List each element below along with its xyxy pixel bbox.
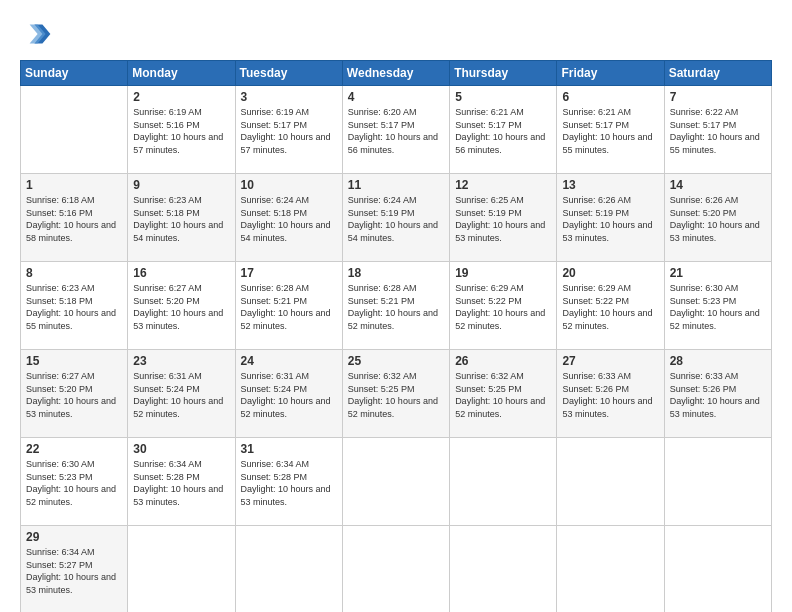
table-row: 5 Sunrise: 6:21 AMSunset: 5:17 PMDayligh… xyxy=(450,86,557,174)
table-row: 19 Sunrise: 6:29 AMSunset: 5:22 PMDaylig… xyxy=(450,262,557,350)
col-thursday: Thursday xyxy=(450,61,557,86)
table-row: 25 Sunrise: 6:32 AMSunset: 5:25 PMDaylig… xyxy=(342,350,449,438)
table-row xyxy=(557,526,664,613)
col-sunday: Sunday xyxy=(21,61,128,86)
day-info: Sunrise: 6:24 AMSunset: 5:19 PMDaylight:… xyxy=(348,195,438,243)
calendar-header-row: Sunday Monday Tuesday Wednesday Thursday… xyxy=(21,61,772,86)
day-number: 8 xyxy=(26,266,122,280)
logo xyxy=(20,18,56,50)
day-number: 12 xyxy=(455,178,551,192)
table-row: 15 Sunrise: 6:27 AMSunset: 5:20 PMDaylig… xyxy=(21,350,128,438)
table-row xyxy=(342,438,449,526)
day-info: Sunrise: 6:29 AMSunset: 5:22 PMDaylight:… xyxy=(562,283,652,331)
day-number: 19 xyxy=(455,266,551,280)
day-info: Sunrise: 6:34 AMSunset: 5:27 PMDaylight:… xyxy=(26,547,116,595)
day-info: Sunrise: 6:27 AMSunset: 5:20 PMDaylight:… xyxy=(133,283,223,331)
day-number: 28 xyxy=(670,354,766,368)
day-info: Sunrise: 6:19 AMSunset: 5:17 PMDaylight:… xyxy=(241,107,331,155)
day-number: 3 xyxy=(241,90,337,104)
table-row xyxy=(557,438,664,526)
day-number: 2 xyxy=(133,90,229,104)
day-info: Sunrise: 6:20 AMSunset: 5:17 PMDaylight:… xyxy=(348,107,438,155)
table-row: 31 Sunrise: 6:34 AMSunset: 5:28 PMDaylig… xyxy=(235,438,342,526)
table-row xyxy=(450,526,557,613)
day-number: 21 xyxy=(670,266,766,280)
calendar-table: Sunday Monday Tuesday Wednesday Thursday… xyxy=(20,60,772,612)
table-row xyxy=(664,526,771,613)
day-number: 24 xyxy=(241,354,337,368)
day-info: Sunrise: 6:32 AMSunset: 5:25 PMDaylight:… xyxy=(455,371,545,419)
day-info: Sunrise: 6:33 AMSunset: 5:26 PMDaylight:… xyxy=(562,371,652,419)
calendar-week-row: 1 Sunrise: 6:18 AMSunset: 5:16 PMDayligh… xyxy=(21,174,772,262)
day-number: 1 xyxy=(26,178,122,192)
day-info: Sunrise: 6:21 AMSunset: 5:17 PMDaylight:… xyxy=(562,107,652,155)
day-number: 27 xyxy=(562,354,658,368)
day-number: 18 xyxy=(348,266,444,280)
table-row: 9 Sunrise: 6:23 AMSunset: 5:18 PMDayligh… xyxy=(128,174,235,262)
table-row xyxy=(21,86,128,174)
col-saturday: Saturday xyxy=(664,61,771,86)
day-number: 13 xyxy=(562,178,658,192)
calendar-week-row: 22 Sunrise: 6:30 AMSunset: 5:23 PMDaylig… xyxy=(21,438,772,526)
table-row: 16 Sunrise: 6:27 AMSunset: 5:20 PMDaylig… xyxy=(128,262,235,350)
day-info: Sunrise: 6:23 AMSunset: 5:18 PMDaylight:… xyxy=(133,195,223,243)
table-row: 30 Sunrise: 6:34 AMSunset: 5:28 PMDaylig… xyxy=(128,438,235,526)
day-info: Sunrise: 6:19 AMSunset: 5:16 PMDaylight:… xyxy=(133,107,223,155)
day-info: Sunrise: 6:28 AMSunset: 5:21 PMDaylight:… xyxy=(241,283,331,331)
table-row: 17 Sunrise: 6:28 AMSunset: 5:21 PMDaylig… xyxy=(235,262,342,350)
table-row xyxy=(664,438,771,526)
table-row xyxy=(342,526,449,613)
day-info: Sunrise: 6:23 AMSunset: 5:18 PMDaylight:… xyxy=(26,283,116,331)
table-row: 27 Sunrise: 6:33 AMSunset: 5:26 PMDaylig… xyxy=(557,350,664,438)
day-number: 25 xyxy=(348,354,444,368)
day-info: Sunrise: 6:32 AMSunset: 5:25 PMDaylight:… xyxy=(348,371,438,419)
table-row xyxy=(235,526,342,613)
day-info: Sunrise: 6:33 AMSunset: 5:26 PMDaylight:… xyxy=(670,371,760,419)
day-number: 10 xyxy=(241,178,337,192)
day-info: Sunrise: 6:30 AMSunset: 5:23 PMDaylight:… xyxy=(26,459,116,507)
table-row xyxy=(450,438,557,526)
day-info: Sunrise: 6:34 AMSunset: 5:28 PMDaylight:… xyxy=(133,459,223,507)
day-number: 6 xyxy=(562,90,658,104)
day-info: Sunrise: 6:24 AMSunset: 5:18 PMDaylight:… xyxy=(241,195,331,243)
col-monday: Monday xyxy=(128,61,235,86)
page: Sunday Monday Tuesday Wednesday Thursday… xyxy=(0,0,792,612)
day-number: 14 xyxy=(670,178,766,192)
day-number: 22 xyxy=(26,442,122,456)
col-tuesday: Tuesday xyxy=(235,61,342,86)
table-row: 12 Sunrise: 6:25 AMSunset: 5:19 PMDaylig… xyxy=(450,174,557,262)
day-number: 16 xyxy=(133,266,229,280)
table-row: 23 Sunrise: 6:31 AMSunset: 5:24 PMDaylig… xyxy=(128,350,235,438)
table-row: 21 Sunrise: 6:30 AMSunset: 5:23 PMDaylig… xyxy=(664,262,771,350)
day-number: 5 xyxy=(455,90,551,104)
day-number: 20 xyxy=(562,266,658,280)
day-info: Sunrise: 6:31 AMSunset: 5:24 PMDaylight:… xyxy=(241,371,331,419)
table-row: 26 Sunrise: 6:32 AMSunset: 5:25 PMDaylig… xyxy=(450,350,557,438)
table-row: 14 Sunrise: 6:26 AMSunset: 5:20 PMDaylig… xyxy=(664,174,771,262)
day-number: 23 xyxy=(133,354,229,368)
table-row: 10 Sunrise: 6:24 AMSunset: 5:18 PMDaylig… xyxy=(235,174,342,262)
table-row: 6 Sunrise: 6:21 AMSunset: 5:17 PMDayligh… xyxy=(557,86,664,174)
table-row: 28 Sunrise: 6:33 AMSunset: 5:26 PMDaylig… xyxy=(664,350,771,438)
day-info: Sunrise: 6:18 AMSunset: 5:16 PMDaylight:… xyxy=(26,195,116,243)
day-number: 29 xyxy=(26,530,122,544)
day-number: 15 xyxy=(26,354,122,368)
table-row: 4 Sunrise: 6:20 AMSunset: 5:17 PMDayligh… xyxy=(342,86,449,174)
table-row: 18 Sunrise: 6:28 AMSunset: 5:21 PMDaylig… xyxy=(342,262,449,350)
day-number: 9 xyxy=(133,178,229,192)
day-info: Sunrise: 6:27 AMSunset: 5:20 PMDaylight:… xyxy=(26,371,116,419)
day-info: Sunrise: 6:22 AMSunset: 5:17 PMDaylight:… xyxy=(670,107,760,155)
day-info: Sunrise: 6:28 AMSunset: 5:21 PMDaylight:… xyxy=(348,283,438,331)
day-number: 7 xyxy=(670,90,766,104)
table-row: 7 Sunrise: 6:22 AMSunset: 5:17 PMDayligh… xyxy=(664,86,771,174)
day-info: Sunrise: 6:25 AMSunset: 5:19 PMDaylight:… xyxy=(455,195,545,243)
table-row: 2 Sunrise: 6:19 AMSunset: 5:16 PMDayligh… xyxy=(128,86,235,174)
col-friday: Friday xyxy=(557,61,664,86)
table-row xyxy=(128,526,235,613)
table-row: 1 Sunrise: 6:18 AMSunset: 5:16 PMDayligh… xyxy=(21,174,128,262)
day-info: Sunrise: 6:26 AMSunset: 5:19 PMDaylight:… xyxy=(562,195,652,243)
day-number: 11 xyxy=(348,178,444,192)
table-row: 13 Sunrise: 6:26 AMSunset: 5:19 PMDaylig… xyxy=(557,174,664,262)
day-info: Sunrise: 6:31 AMSunset: 5:24 PMDaylight:… xyxy=(133,371,223,419)
table-row: 22 Sunrise: 6:30 AMSunset: 5:23 PMDaylig… xyxy=(21,438,128,526)
